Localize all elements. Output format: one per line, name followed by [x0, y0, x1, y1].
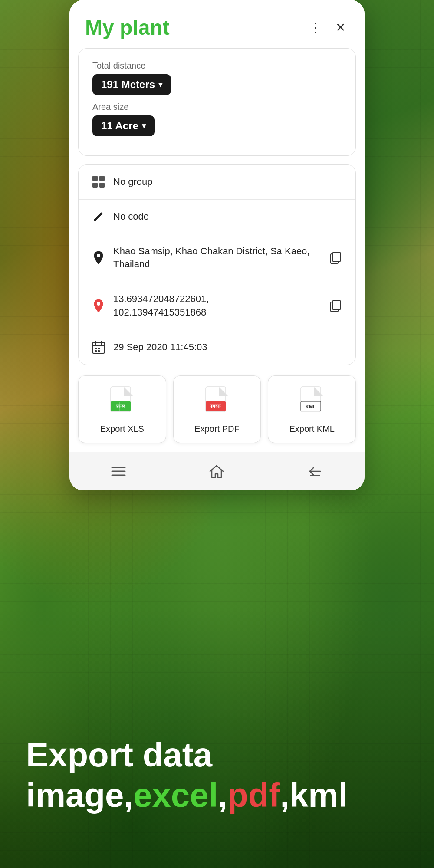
pdf-icon: PDF — [204, 386, 230, 418]
export-pdf-label: Export PDF — [194, 424, 239, 434]
area-size-value: 11 Acre — [101, 120, 138, 132]
xls-icon: XLS — [109, 386, 135, 418]
svg-rect-3 — [99, 183, 105, 188]
info-card: No group No code Khao Samsip, Khao Chaka… — [78, 164, 356, 365]
promo-kml: ,kml — [280, 776, 348, 814]
bottom-nav — [69, 452, 365, 490]
svg-rect-6 — [333, 252, 340, 262]
header-actions: ⋮ ✕ — [306, 17, 349, 38]
menu-icon — [111, 466, 126, 477]
group-row: No group — [79, 165, 355, 200]
total-distance-value: 191 Meters — [101, 79, 155, 91]
location-text: Khao Samsip, Khao Chakan District, Sa Ka… — [113, 245, 322, 272]
promo-comma1: , — [218, 776, 227, 814]
svg-point-7 — [97, 302, 100, 306]
promo-section: Export data image,excel,pdf,kml — [0, 608, 434, 868]
total-distance-button[interactable]: 191 Meters ▾ — [92, 74, 171, 95]
svg-rect-9 — [333, 300, 340, 310]
grid-icon — [91, 175, 106, 188]
export-xls-label: Export XLS — [100, 424, 144, 434]
export-kml-label: Export KML — [289, 424, 334, 434]
area-caret-icon: ▾ — [142, 121, 146, 131]
location-row: Khao Samsip, Khao Chakan District, Sa Ka… — [79, 234, 355, 283]
svg-rect-17 — [98, 350, 100, 352]
promo-pdf: pdf — [227, 776, 280, 814]
area-size-button[interactable]: 11 Acre ▾ — [92, 115, 155, 136]
kml-icon: KML — [299, 386, 325, 418]
promo-line2: image,excel,pdf,kml — [26, 775, 348, 816]
svg-rect-14 — [95, 348, 97, 349]
modal-card: My plant ⋮ ✕ Total distance 191 Meters ▾… — [69, 0, 365, 490]
svg-rect-16 — [95, 350, 97, 352]
home-nav-button[interactable] — [199, 461, 234, 482]
location-pin-icon — [91, 251, 106, 265]
copy-location-icon — [330, 252, 342, 264]
promo-text: Export data image,excel,pdf,kml — [26, 735, 348, 816]
svg-rect-0 — [92, 176, 98, 181]
menu-nav-button[interactable] — [101, 462, 136, 480]
coordinates-text: 13.6934720487226​01,102.13947415351868 — [113, 293, 322, 319]
coordinates-pin-icon — [91, 299, 106, 313]
code-text: No code — [113, 210, 343, 224]
promo-image: image, — [26, 776, 133, 814]
pencil-icon — [91, 210, 106, 223]
close-button[interactable]: ✕ — [332, 17, 349, 38]
back-nav-button[interactable] — [297, 462, 333, 481]
code-row: No code — [79, 200, 355, 234]
area-size-label: Area size — [92, 102, 342, 112]
export-xls-button[interactable]: XLS Export XLS — [78, 375, 166, 443]
date-text: 29 Sep 2020 11:45:03 — [113, 341, 343, 354]
calendar-icon — [91, 341, 106, 354]
svg-rect-1 — [99, 176, 105, 181]
copy-coordinates-button[interactable] — [329, 298, 343, 314]
back-icon — [307, 465, 323, 477]
close-icon: ✕ — [335, 20, 345, 35]
coordinates-row: 13.6934720487226​01,102.13947415351868 — [79, 282, 355, 330]
export-pdf-button[interactable]: PDF Export PDF — [173, 375, 261, 443]
modal-title: My plant — [85, 16, 170, 39]
svg-rect-35 — [310, 475, 320, 476]
svg-text:KML: KML — [306, 404, 316, 409]
total-distance-label: Total distance — [92, 61, 342, 71]
date-row: 29 Sep 2020 11:45:03 — [79, 330, 355, 365]
home-icon — [209, 464, 224, 478]
svg-rect-2 — [92, 183, 98, 188]
copy-location-button[interactable] — [329, 250, 343, 266]
distance-caret-icon: ▾ — [158, 80, 162, 89]
svg-point-4 — [97, 254, 100, 257]
export-section: XLS Export XLS PDF Export — [78, 374, 356, 452]
promo-excel: excel — [133, 776, 218, 814]
export-kml-button[interactable]: KML Export KML — [268, 375, 356, 443]
modal-header: My plant ⋮ ✕ — [69, 0, 365, 48]
promo-line1: Export data — [26, 735, 348, 776]
more-icon: ⋮ — [309, 20, 322, 35]
more-options-button[interactable]: ⋮ — [306, 17, 325, 38]
copy-coordinates-icon — [330, 300, 342, 312]
group-text: No group — [113, 175, 343, 189]
svg-rect-15 — [98, 348, 100, 349]
metrics-card: Total distance 191 Meters ▾ Area size 11… — [78, 48, 356, 156]
